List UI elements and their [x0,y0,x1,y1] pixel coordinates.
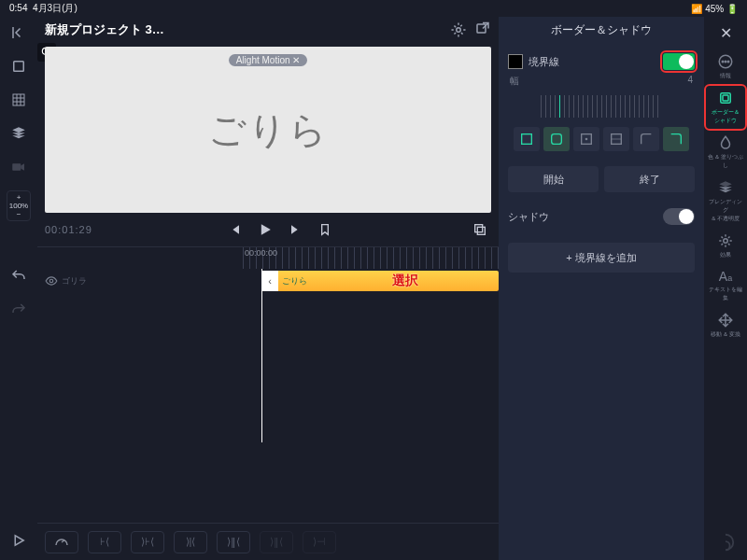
project-title[interactable]: 新規プロジェクト 3… [45,21,443,38]
fill-item[interactable]: 色 & 塗りつぶし [707,132,744,173]
ruler-label: 00:00:00 [245,248,277,258]
svg-point-12 [585,138,588,141]
style-2[interactable] [543,127,570,151]
layers-stack-icon[interactable] [8,123,29,144]
width-slider[interactable] [508,90,695,123]
split-icon[interactable]: ⟩|⟨ [174,531,207,553]
svg-rect-6 [477,227,485,234]
svg-point-15 [722,61,724,63]
eye-icon[interactable] [45,274,58,287]
blend-item[interactable]: ブレンディング & 不透明度 [707,176,744,226]
style-3[interactable] [573,127,599,151]
border-icon [717,90,734,106]
split3-icon[interactable]: ⟩‖⟨ [260,531,293,553]
edit-toolbar: ⊦⟨ ⟩⊦⟨ ⟩|⟨ ⟩‖⟨ ⟩‖⟨ ⟩⊣ [37,523,499,560]
svg-rect-0 [14,62,24,72]
shadow-toggle[interactable] [663,208,695,225]
status-right: 📶 45% 🔋 [691,4,738,14]
properties-panel: ボーダー＆シャドウ 境界線 幅 4 [499,17,704,560]
playhead[interactable] [261,269,262,442]
preview-text: ごりら [208,105,329,156]
selection-overlay: 選択 [311,273,499,289]
status-bar: 0:54 4月3日(月) 📶 45% 🔋 [0,0,747,17]
settings-icon[interactable] [450,21,467,38]
next-frame-icon[interactable] [284,218,306,241]
border-toggle[interactable] [663,53,695,70]
width-label: 幅 [510,75,519,88]
effects-item[interactable]: 効果 [707,230,744,262]
watermark-tag[interactable]: Alight Motion ✕ [229,54,308,66]
status-date: 4月3日(月) [33,3,78,13]
border-style-row [508,123,695,155]
play-outline-icon[interactable] [8,530,29,551]
info-item[interactable]: 情報 [707,50,744,83]
start-button[interactable]: 開始 [508,166,599,192]
split2-icon[interactable]: ⟩‖⟨ [217,531,250,553]
back-icon[interactable] [8,22,29,43]
timeline-track[interactable]: ゴリラ ‹ ごりら 選択 [37,269,499,293]
svg-rect-19 [723,95,728,101]
trim-end-icon[interactable]: ⟩⊣ [303,531,336,553]
track-label: ゴリラ [62,275,87,287]
timeline-ruler[interactable]: 00:00:00 [37,246,499,269]
speed-icon[interactable] [45,531,78,553]
top-bar: 新規プロジェクト 3… [37,17,499,43]
status-time: 0:54 [9,3,27,13]
text-icon: Aa [719,269,732,284]
bookmark-icon[interactable] [314,218,336,241]
timeline[interactable]: ゴリラ ‹ ごりら 選択 [37,269,499,523]
copy-icon[interactable] [469,218,491,241]
camera-icon[interactable] [8,157,29,177]
move-icon [717,312,734,329]
edit-text-item[interactable]: Aa テキストを編集 [707,266,744,305]
radial-icon[interactable] [715,532,736,553]
transform-item[interactable]: 移動 & 変換 [707,309,744,342]
preview-canvas[interactable]: Alight Motion ✕ ごりら [45,47,491,213]
style-5[interactable] [633,127,659,151]
width-value: 4 [687,75,693,88]
svg-rect-10 [552,134,562,145]
svg-point-20 [724,239,728,244]
border-shadow-item[interactable]: ボーダー＆ シャドウ [707,87,744,128]
prev-frame-icon[interactable] [224,218,247,241]
svg-point-8 [49,279,53,283]
end-button[interactable]: 終了 [604,166,695,192]
right-toolbar: ✕ 情報 ボーダー＆ シャドウ 色 & 塗りつぶし ブレンディング & 不透明度… [704,17,747,560]
redo-icon[interactable] [8,300,29,320]
undo-icon[interactable] [8,266,29,287]
svg-rect-1 [13,94,24,105]
svg-point-3 [457,28,461,33]
svg-rect-9 [522,134,532,145]
style-1[interactable] [514,127,540,151]
border-label: 境界線 [529,55,559,69]
add-border-button[interactable]: + 境界線を追加 [508,243,695,273]
svg-rect-7 [475,225,483,232]
dots-icon [717,53,734,70]
close-icon[interactable]: ✕ [715,22,736,43]
svg-point-17 [727,61,729,63]
play-icon[interactable] [254,218,276,241]
clip-name: ごりら [278,275,311,287]
panel-title: ボーダー＆シャドウ [499,17,704,43]
trim-start-icon[interactable]: ⊦⟨ [88,531,121,553]
zoom-minus[interactable]: − [17,210,21,218]
trim-tool-icon[interactable]: ⟩⊦⟨ [131,531,164,553]
zoom-control[interactable]: + 100% − [7,190,31,221]
layer-icon[interactable] [8,56,29,77]
timeline-clip[interactable]: ‹ ごりら 選択 [261,271,499,291]
timecode: 00:01:29 [45,224,92,235]
grid-icon[interactable] [8,90,29,110]
style-6[interactable] [663,127,689,151]
export-icon[interactable] [474,21,491,38]
svg-point-16 [725,61,726,63]
svg-rect-2 [12,163,21,171]
svg-rect-4 [477,24,486,33]
border-color-swatch[interactable] [508,54,523,69]
zoom-plus[interactable]: + [17,193,21,202]
clip-expand-icon[interactable]: ‹ [261,271,278,291]
style-4[interactable] [603,127,629,151]
droplet-icon [717,134,734,151]
layers-icon [717,179,734,196]
zoom-value: 100% [9,202,28,210]
transport-bar: 00:01:29 [37,213,499,246]
